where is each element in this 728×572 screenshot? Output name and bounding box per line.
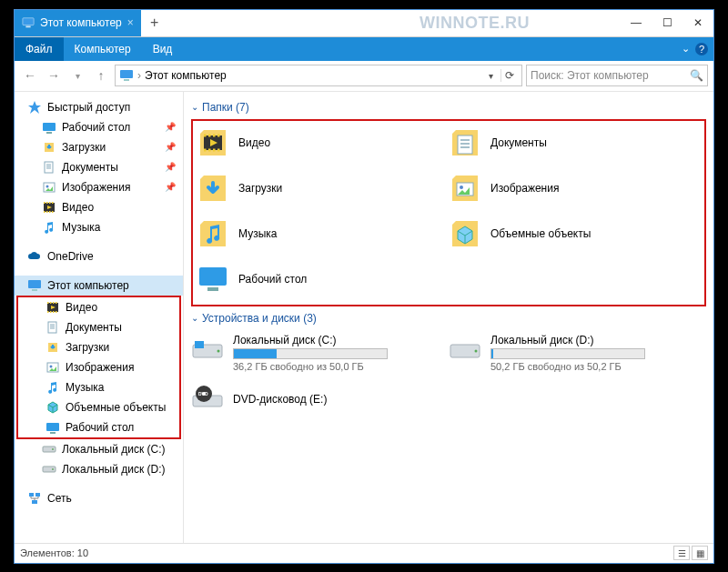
search-icon[interactable]: 🔍 xyxy=(690,69,703,82)
desktop-icon xyxy=(42,120,56,135)
video-icon xyxy=(46,300,60,315)
maximize-button[interactable]: ☐ xyxy=(652,10,682,36)
nav-forward-button[interactable]: → xyxy=(44,65,64,85)
documents-icon xyxy=(42,160,56,175)
svg-point-24 xyxy=(52,468,54,470)
sidebar-item-label: Видео xyxy=(62,201,94,214)
drive-icon xyxy=(191,334,224,366)
folder-item[interactable]: Загрузки xyxy=(197,172,449,205)
group-folders-header[interactable]: ⌄ Папки (7) xyxy=(191,95,706,119)
menu-view[interactable]: Вид xyxy=(142,37,184,61)
group-drives-header[interactable]: ⌄ Устройства и диски (3) xyxy=(191,306,706,330)
folders-highlight-box: ВидеоДокументыЗагрузкиИзображенияМузыкаО… xyxy=(191,119,706,306)
tab-title: Этот компьютер xyxy=(40,16,122,29)
drive-icon xyxy=(42,462,56,477)
tab-close-icon[interactable]: × xyxy=(127,16,134,29)
explorer-window: Этот компьютер × + WINNOTE.RU — ☐ ✕ Файл… xyxy=(14,9,714,564)
sidebar-quick-item[interactable]: Загрузки📌 xyxy=(15,137,183,157)
window-tab[interactable]: Этот компьютер × xyxy=(15,10,141,36)
folder-item[interactable]: Объемные объекты xyxy=(449,217,701,250)
watermark: WINNOTE.RU xyxy=(420,14,530,33)
pictures-icon xyxy=(449,172,481,205)
close-button[interactable]: ✕ xyxy=(682,10,713,36)
drive-d[interactable]: Локальный диск (D:) 50,2 ГБ свободно из … xyxy=(449,334,706,372)
folder-item[interactable]: Видео xyxy=(197,126,449,159)
folder-item[interactable]: Рабочий стол xyxy=(197,263,449,296)
pin-icon: 📌 xyxy=(165,142,176,152)
sidebar-pc-item[interactable]: Рабочий стол xyxy=(18,417,179,437)
sidebar-quick-item[interactable]: Видео xyxy=(15,197,183,217)
folder-item[interactable]: Документы xyxy=(449,126,701,159)
sidebar-item-label: Изображения xyxy=(62,181,130,194)
refresh-button[interactable]: ⟳ xyxy=(500,69,518,82)
address-bar[interactable]: › Этот компьютер ▾ ⟳ xyxy=(115,65,522,86)
music-icon xyxy=(46,380,60,395)
sidebar-item-label: Загрузки xyxy=(66,341,109,354)
video-icon xyxy=(197,126,229,159)
pc-icon xyxy=(119,68,134,83)
sidebar-pc-item[interactable]: Объемные объекты xyxy=(18,397,179,417)
sidebar-quick-item[interactable]: Рабочий стол📌 xyxy=(15,117,183,137)
folder-item[interactable]: Изображения xyxy=(449,172,701,205)
sidebar-onedrive[interactable]: OneDrive xyxy=(15,246,183,266)
sidebar-pc-item[interactable]: Видео xyxy=(18,297,179,317)
sidebar-item-label: Музыка xyxy=(62,221,100,234)
pc-icon xyxy=(27,278,42,293)
titlebar-drag[interactable]: WINNOTE.RU xyxy=(168,10,621,36)
drive-free-text: 50,2 ГБ свободно из 50,2 ГБ xyxy=(490,361,645,372)
sidebar-quick-item[interactable]: Изображения📌 xyxy=(15,177,183,197)
nav-up-button[interactable]: ↑ xyxy=(91,65,111,85)
dvd-drive-icon: DVD xyxy=(191,383,224,416)
new-tab-button[interactable]: + xyxy=(141,10,168,36)
status-bar: Элементов: 10 ☰ ▦ xyxy=(15,543,713,563)
drive-c[interactable]: Локальный диск (C:) 36,2 ГБ свободно из … xyxy=(191,334,449,372)
sidebar-drive-d[interactable]: Локальный диск (D:) xyxy=(15,459,183,479)
menu-computer[interactable]: Компьютер xyxy=(64,37,142,61)
drive-dvd[interactable]: DVD DVD-дисковод (E:) xyxy=(191,383,449,416)
sidebar-pc-item[interactable]: Изображения xyxy=(18,357,179,377)
titlebar: Этот компьютер × + WINNOTE.RU — ☐ ✕ xyxy=(15,10,713,37)
objects3d-icon xyxy=(46,400,60,415)
view-icons-button[interactable]: ▦ xyxy=(692,546,708,560)
pin-icon: 📌 xyxy=(165,162,176,172)
drives-grid: Локальный диск (C:) 36,2 ГБ свободно из … xyxy=(191,330,706,419)
svg-marker-4 xyxy=(28,101,41,114)
ribbon-menu: Файл Компьютер Вид ⌄ ? xyxy=(15,37,713,61)
sidebar-quick-item[interactable]: Документы📌 xyxy=(15,157,183,177)
search-input[interactable]: Поиск: Этот компьютер 🔍 xyxy=(526,65,708,86)
sidebar-highlight-box: ВидеоДокументыЗагрузкиИзображенияМузыкаО… xyxy=(16,296,181,439)
view-details-button[interactable]: ☰ xyxy=(673,546,690,560)
nav-back-button[interactable]: ← xyxy=(20,65,40,85)
star-icon xyxy=(27,100,42,115)
svg-rect-2 xyxy=(120,70,133,78)
svg-point-22 xyxy=(52,448,54,450)
view-switcher: ☰ ▦ xyxy=(673,546,708,560)
svg-rect-26 xyxy=(35,493,40,497)
sidebar-drive-c[interactable]: Локальный диск (C:) xyxy=(15,439,183,459)
nav-recent-button[interactable]: ▾ xyxy=(67,65,87,85)
window-controls: — ☐ ✕ xyxy=(621,10,713,36)
sidebar-pc-item[interactable]: Документы xyxy=(18,317,179,337)
drive-usage-bar xyxy=(490,348,645,359)
folder-item[interactable]: Музыка xyxy=(197,217,449,250)
folder-label: Видео xyxy=(238,136,270,149)
sidebar-pc-item[interactable]: Загрузки xyxy=(18,337,179,357)
help-icon[interactable]: ? xyxy=(695,43,708,55)
sidebar-network[interactable]: Сеть xyxy=(15,488,183,508)
sidebar-item-label: Рабочий стол xyxy=(62,121,130,134)
chevron-down-icon: ⌄ xyxy=(191,102,198,112)
sidebar-item-label: Видео xyxy=(66,301,97,314)
address-dropdown-icon[interactable]: ▾ xyxy=(485,71,497,81)
drive-label: DVD-дисковод (E:) xyxy=(233,393,327,406)
music-icon xyxy=(42,220,56,235)
menu-file[interactable]: Файл xyxy=(15,37,64,61)
ribbon-expand-icon[interactable]: ⌄ xyxy=(682,43,690,55)
sidebar-quick-access[interactable]: Быстрый доступ xyxy=(15,97,183,117)
sidebar-item-label: Изображения xyxy=(66,361,134,374)
breadcrumb[interactable]: Этот компьютер xyxy=(145,69,227,82)
minimize-button[interactable]: — xyxy=(621,10,652,36)
sidebar-this-pc[interactable]: Этот компьютер xyxy=(15,276,183,296)
svg-rect-3 xyxy=(124,79,129,81)
sidebar-quick-item[interactable]: Музыка xyxy=(15,217,183,237)
sidebar-pc-item[interactable]: Музыка xyxy=(18,377,179,397)
